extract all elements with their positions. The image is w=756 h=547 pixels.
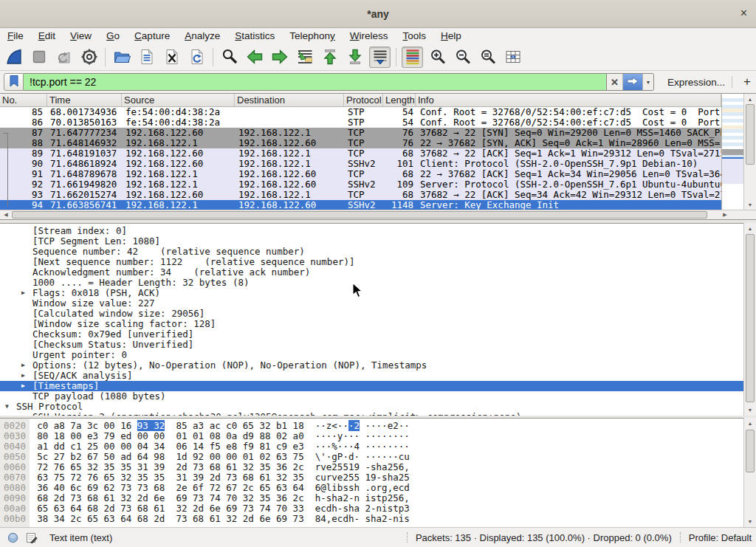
menu-item-edit[interactable]: Edit xyxy=(31,30,63,41)
expander-right-icon[interactable]: ▶ xyxy=(21,288,25,298)
details-scroll-thumb[interactable] xyxy=(746,234,755,402)
menu-item-go[interactable]: Go xyxy=(99,30,127,41)
expression-button[interactable]: Expression... xyxy=(667,77,725,88)
hex-scroll-thumb[interactable] xyxy=(746,430,755,472)
column-header-protocol[interactable]: Protocol xyxy=(344,94,383,106)
filter-apply-button[interactable] xyxy=(623,74,642,90)
detail-line[interactable]: Checksum: 0x79ed [unverified] xyxy=(0,329,743,340)
start-capture-button[interactable] xyxy=(3,47,24,68)
details-vscrollbar[interactable]: ▲ ▼ xyxy=(743,223,756,416)
hex-row[interactable]: 0040 a1 dd c1 25 00 00 04 34 06 14 f5 e8… xyxy=(0,441,756,452)
column-header-length[interactable]: Length xyxy=(383,94,416,106)
hex-row[interactable]: 0050 5c 27 b2 67 50 ad 64 98 1d 92 00 00… xyxy=(0,452,756,462)
filter-history-dropdown[interactable]: ▼ xyxy=(642,74,653,90)
scroll-down-icon[interactable]: ▼ xyxy=(744,405,756,415)
restart-capture-button[interactable] xyxy=(53,47,75,68)
detail-line[interactable]: [Stream index: 0] xyxy=(0,226,743,236)
packet-row[interactable]: 9471.663856741192.168.122.1192.168.122.6… xyxy=(0,200,721,210)
column-header-no[interactable]: No. xyxy=(0,94,47,106)
column-header-info[interactable]: Info xyxy=(416,94,721,106)
titlebar[interactable]: *any × xyxy=(0,0,756,28)
menu-item-tools[interactable]: Tools xyxy=(396,30,434,41)
detail-line[interactable]: Window size value: 227 xyxy=(0,298,743,309)
reload-capture-file-button[interactable] xyxy=(186,47,207,68)
open-capture-file-button[interactable] xyxy=(111,47,132,68)
expander-right-icon[interactable]: ▶ xyxy=(21,381,25,391)
menu-item-analyze[interactable]: Analyze xyxy=(177,30,227,41)
scroll-up-icon[interactable]: ▲ xyxy=(744,224,756,233)
scroll-left-icon[interactable]: ◀ xyxy=(1,210,11,219)
status-profile[interactable]: Profile: Default xyxy=(689,532,752,543)
menu-item-statistics[interactable]: Statistics xyxy=(227,30,282,41)
detail-line[interactable]: ▼SSH Protocol xyxy=(0,402,743,412)
hex-row[interactable]: 00a0 65 63 64 68 2d 73 68 61 32 2d 6e 69… xyxy=(0,503,756,514)
go-to-packet-button[interactable] xyxy=(294,47,315,68)
hex-vscrollbar[interactable]: ▲ ▼ xyxy=(743,418,756,527)
go-back-button[interactable] xyxy=(244,47,265,68)
hex-row[interactable]: 0080 36 40 6c 69 62 73 73 68 2e 6f 72 67… xyxy=(0,483,756,493)
capture-options-button[interactable] xyxy=(78,47,100,68)
column-header-destination[interactable]: Destination xyxy=(235,94,344,106)
packet-row[interactable]: 8871.648146932192.168.122.1192.168.122.6… xyxy=(0,138,721,148)
detail-line[interactable]: [Window size scaling factor: 128] xyxy=(0,319,743,329)
packet-row[interactable]: 8771.647777234192.168.122.60192.168.122.… xyxy=(0,128,721,138)
packet-minimap[interactable] xyxy=(721,94,743,210)
auto-scroll-button[interactable] xyxy=(369,47,391,68)
scroll-up-icon[interactable]: ▲ xyxy=(744,94,756,104)
packet-list-vscrollbar[interactable]: ▲ ▼ xyxy=(743,94,756,210)
detail-line[interactable]: ▶[Timestamps] xyxy=(0,381,743,391)
detail-line[interactable]: [Checksum Status: Unverified] xyxy=(0,340,743,350)
detail-line[interactable]: TCP payload (1080 bytes) xyxy=(0,391,743,402)
scroll-down-icon[interactable]: ▼ xyxy=(744,200,756,210)
menu-item-view[interactable]: View xyxy=(63,30,99,41)
save-capture-file-button[interactable] xyxy=(136,47,157,68)
go-first-packet-button[interactable] xyxy=(319,47,340,68)
go-last-packet-button[interactable] xyxy=(344,47,365,68)
detail-line[interactable]: Urgent pointer: 0 xyxy=(0,350,743,360)
detail-line[interactable]: ▶Flags: 0x018 (PSH, ACK) xyxy=(0,288,743,298)
column-header-source[interactable]: Source xyxy=(122,94,235,106)
hscroll-thumb[interactable] xyxy=(12,211,707,219)
hex-row[interactable]: 0020 c0 a8 7a 3c 00 16 93 32 85 a3 ac c0… xyxy=(0,421,756,431)
filter-input[interactable]: !tcp.port == 22 xyxy=(24,73,607,91)
go-forward-button[interactable] xyxy=(269,47,290,68)
packet-row[interactable]: 9371.662015274192.168.122.60192.168.122.… xyxy=(0,190,721,200)
packet-row[interactable]: 8568.001734936fe:54:00:d4:38:2aSTP54Conf… xyxy=(0,107,721,117)
zoom-100-button[interactable] xyxy=(477,47,498,68)
packet-row[interactable]: 9171.648789678192.168.122.1192.168.122.6… xyxy=(0,169,721,179)
resize-columns-button[interactable] xyxy=(502,47,523,68)
vscroll-thumb[interactable] xyxy=(746,104,755,165)
detail-line[interactable]: 1000 .... = Header Length: 32 bytes (8) xyxy=(0,278,743,288)
hex-row[interactable]: 0060 72 76 65 32 35 35 31 39 2d 73 68 61… xyxy=(0,462,756,472)
filter-clear-button[interactable]: ✕ xyxy=(607,74,623,90)
scroll-right-icon[interactable]: ▶ xyxy=(720,210,730,219)
packet-row[interactable]: 8670.013850163fe:54:00:d4:38:2aSTP54Conf… xyxy=(0,117,721,128)
packet-row[interactable]: 9071.648618924192.168.122.60192.168.122.… xyxy=(0,159,721,169)
hex-row[interactable]: 0030 80 18 00 e3 79 ed 00 00 01 01 08 0a… xyxy=(0,431,756,441)
hex-row[interactable]: 0090 68 2d 73 68 61 32 2d 6e 69 73 74 70… xyxy=(0,493,756,503)
capture-comment-icon[interactable] xyxy=(26,531,38,543)
menu-item-capture[interactable]: Capture xyxy=(127,30,177,41)
hex-row[interactable]: 00b0 38 34 2c 65 63 64 68 2d 73 68 61 32… xyxy=(0,514,756,524)
expander-right-icon[interactable]: ▶ xyxy=(21,371,25,381)
zoom-in-button[interactable] xyxy=(427,47,448,68)
filter-add-button[interactable]: + xyxy=(739,75,755,89)
expert-info-icon[interactable] xyxy=(7,532,18,543)
find-packet-button[interactable] xyxy=(219,47,240,68)
detail-line[interactable]: Acknowledgment number: 34 (relative ack … xyxy=(0,267,743,278)
expander-right-icon[interactable]: ▶ xyxy=(21,360,25,371)
colorize-button[interactable] xyxy=(402,47,423,68)
detail-line[interactable]: ▶[SEQ/ACK analysis] xyxy=(0,371,743,381)
packet-row[interactable]: 9271.661949820192.168.122.1192.168.122.6… xyxy=(0,179,721,190)
detail-line[interactable]: [Next sequence number: 1122 (relative se… xyxy=(0,257,743,267)
stop-capture-button[interactable] xyxy=(28,47,49,68)
menu-item-telephony[interactable]: Telephony xyxy=(282,30,343,41)
menu-item-file[interactable]: File xyxy=(0,30,31,41)
scroll-up-icon[interactable]: ▲ xyxy=(744,419,756,428)
expander-down-icon[interactable]: ▼ xyxy=(5,402,9,412)
packet-row[interactable]: 8971.648191037192.168.122.60192.168.122.… xyxy=(0,148,721,159)
scroll-down-icon[interactable]: ▼ xyxy=(744,517,756,526)
filter-bookmark-button[interactable] xyxy=(4,73,24,91)
zoom-out-button[interactable] xyxy=(452,47,473,68)
menu-item-help[interactable]: Help xyxy=(433,30,469,41)
